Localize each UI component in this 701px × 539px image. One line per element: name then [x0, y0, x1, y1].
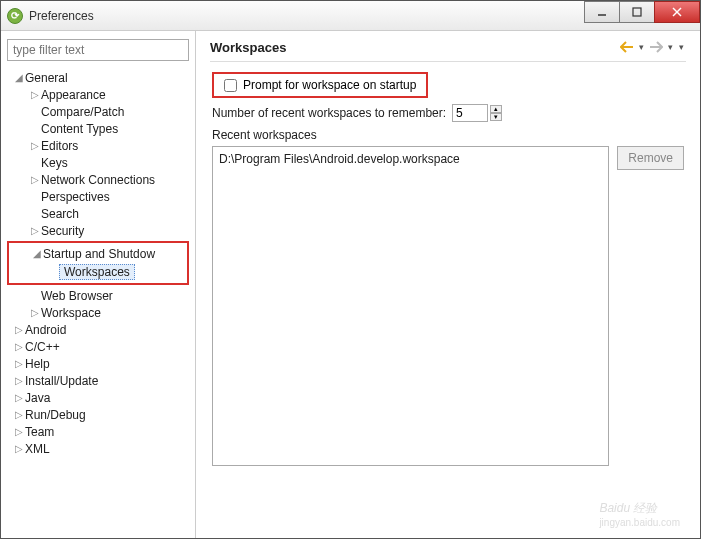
dialog-body: ◢General ▷Appearance Compare/Patch Conte… — [1, 31, 700, 538]
expand-icon[interactable]: ▷ — [29, 225, 41, 237]
tree-item-general[interactable]: ◢General — [7, 69, 189, 86]
tree-item-rundebug[interactable]: ▷Run/Debug — [7, 406, 189, 423]
prompt-highlight: Prompt for workspace on startup — [212, 72, 428, 98]
minimize-button[interactable] — [584, 1, 620, 23]
tree-item-workspaces[interactable]: Workspaces — [9, 262, 187, 281]
title-bar: ⟳ Preferences — [1, 1, 700, 31]
forward-button[interactable] — [648, 39, 664, 55]
expand-icon[interactable]: ▷ — [13, 341, 25, 353]
expand-icon[interactable]: ◢ — [13, 72, 25, 84]
tree-item-workspace[interactable]: ▷Workspace — [7, 304, 189, 321]
expand-icon[interactable]: ◢ — [31, 248, 43, 260]
spacer-icon — [29, 123, 41, 135]
tree-item-java[interactable]: ▷Java — [7, 389, 189, 406]
tree-item-search[interactable]: Search — [7, 205, 189, 222]
page-content: Prompt for workspace on startup Number o… — [210, 62, 686, 476]
window-controls — [585, 1, 700, 23]
expand-icon[interactable]: ▷ — [13, 409, 25, 421]
tree-item-security[interactable]: ▷Security — [7, 222, 189, 239]
expand-icon[interactable]: ▷ — [13, 324, 25, 336]
tree-item-network[interactable]: ▷Network Connections — [7, 171, 189, 188]
back-button[interactable] — [619, 39, 635, 55]
preferences-tree: ◢General ▷Appearance Compare/Patch Conte… — [7, 69, 189, 457]
expand-icon[interactable]: ▷ — [13, 375, 25, 387]
recent-list-label: Recent workspaces — [212, 128, 684, 142]
tree-item-startup[interactable]: ◢Startup and Shutdow — [9, 245, 187, 262]
expand-icon[interactable]: ▷ — [13, 426, 25, 438]
svg-rect-1 — [633, 8, 641, 16]
spin-down-button[interactable]: ▾ — [490, 113, 502, 121]
watermark: Baidu 经验 jingyan.baidu.com — [599, 494, 680, 528]
expand-icon[interactable]: ▷ — [29, 174, 41, 186]
recent-workspaces-list[interactable]: D:\Program Files\Android.develop.workspa… — [212, 146, 609, 466]
highlighted-tree-group: ◢Startup and Shutdow Workspaces — [7, 241, 189, 285]
spacer-icon — [29, 290, 41, 302]
tree-item-perspectives[interactable]: Perspectives — [7, 188, 189, 205]
page-toolbar: ▾ ▾ ▾ — [619, 39, 686, 55]
expand-icon[interactable]: ▷ — [13, 443, 25, 455]
tree-item-editors[interactable]: ▷Editors — [7, 137, 189, 154]
list-item[interactable]: D:\Program Files\Android.develop.workspa… — [219, 151, 602, 167]
spin-up-button[interactable]: ▴ — [490, 105, 502, 113]
category-sidebar: ◢General ▷Appearance Compare/Patch Conte… — [1, 31, 196, 538]
spacer-icon — [29, 106, 41, 118]
preference-page: Workspaces ▾ ▾ ▾ Prompt for workspace on… — [196, 31, 700, 538]
expand-icon[interactable]: ▷ — [29, 89, 41, 101]
page-title: Workspaces — [210, 40, 286, 55]
recent-count-row: Number of recent workspaces to remember:… — [212, 104, 684, 122]
expand-icon[interactable]: ▷ — [13, 358, 25, 370]
view-menu-icon[interactable]: ▾ — [677, 42, 686, 52]
expand-icon[interactable]: ▷ — [29, 307, 41, 319]
tree-item-compare[interactable]: Compare/Patch — [7, 103, 189, 120]
spacer-icon — [29, 208, 41, 220]
tree-item-web-browser[interactable]: Web Browser — [7, 287, 189, 304]
tree-item-help[interactable]: ▷Help — [7, 355, 189, 372]
remove-button[interactable]: Remove — [617, 146, 684, 170]
recent-count-label: Number of recent workspaces to remember: — [212, 106, 446, 120]
tree-item-appearance[interactable]: ▷Appearance — [7, 86, 189, 103]
expand-icon[interactable]: ▷ — [29, 140, 41, 152]
page-header: Workspaces ▾ ▾ ▾ — [210, 39, 686, 62]
prompt-checkbox[interactable] — [224, 79, 237, 92]
tree-item-keys[interactable]: Keys — [7, 154, 189, 171]
tree-item-content-types[interactable]: Content Types — [7, 120, 189, 137]
app-icon: ⟳ — [7, 8, 23, 24]
tree-item-android[interactable]: ▷Android — [7, 321, 189, 338]
spacer-icon — [29, 191, 41, 203]
tree-item-xml[interactable]: ▷XML — [7, 440, 189, 457]
spacer-icon — [29, 157, 41, 169]
recent-list-wrap: D:\Program Files\Android.develop.workspa… — [212, 146, 684, 466]
tree-item-team[interactable]: ▷Team — [7, 423, 189, 440]
filter-input[interactable] — [7, 39, 189, 61]
spacer-icon — [47, 266, 59, 278]
prompt-label: Prompt for workspace on startup — [243, 78, 416, 92]
tree-item-cpp[interactable]: ▷C/C++ — [7, 338, 189, 355]
close-button[interactable] — [654, 1, 700, 23]
back-menu-icon[interactable]: ▾ — [637, 42, 646, 52]
spinner-buttons: ▴ ▾ — [490, 105, 502, 121]
preferences-dialog: ⟳ Preferences ◢General ▷Appearance Compa… — [0, 0, 701, 539]
window-title: Preferences — [29, 9, 94, 23]
tree-item-install[interactable]: ▷Install/Update — [7, 372, 189, 389]
expand-icon[interactable]: ▷ — [13, 392, 25, 404]
forward-menu-icon[interactable]: ▾ — [666, 42, 675, 52]
maximize-button[interactable] — [619, 1, 655, 23]
recent-count-input[interactable] — [452, 104, 488, 122]
